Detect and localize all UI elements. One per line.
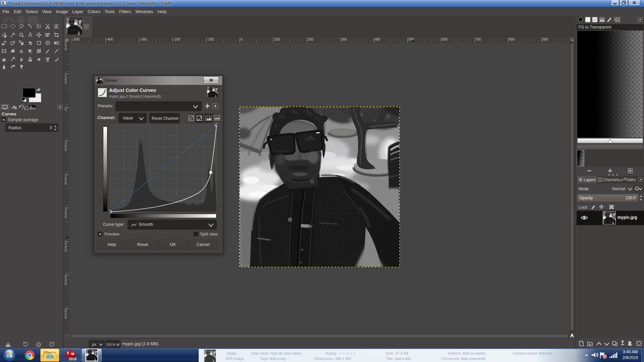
svg-text:W: W xyxy=(71,352,75,356)
svg-text:2016: 2016 xyxy=(69,357,77,361)
svg-text:S: S xyxy=(67,351,69,355)
svg-text:A: A xyxy=(19,48,23,54)
svg-text:i: i xyxy=(15,107,15,109)
